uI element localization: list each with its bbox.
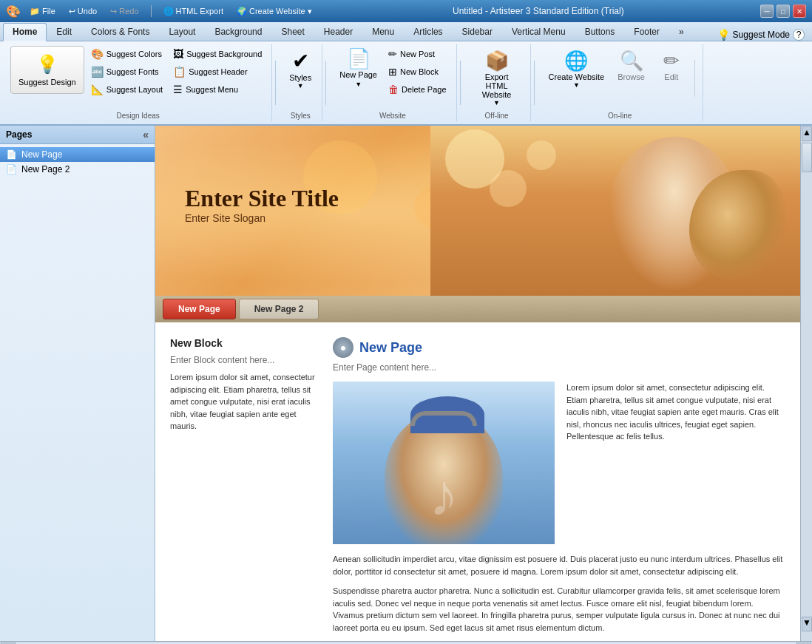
- tab-background[interactable]: Background: [205, 23, 271, 41]
- styles-btn[interactable]: ✔ Styles ▼: [285, 46, 316, 92]
- content-area[interactable]: Enter Site Title Enter Site Slogan: [155, 126, 800, 641]
- page-item-2[interactable]: 📄 New Page 2: [0, 162, 155, 177]
- page-section-title-text[interactable]: New Page: [359, 340, 422, 356]
- para-1: Lorem ipsum dolor sit amet, consectetur …: [566, 382, 785, 443]
- pages-header: Pages «: [0, 126, 155, 144]
- tab-home[interactable]: Home: [3, 23, 47, 41]
- new-post-btn[interactable]: ✏ New Post: [385, 46, 450, 62]
- suggest-fonts-btn[interactable]: 🔤 Suggest Fonts: [87, 64, 166, 80]
- tab-header[interactable]: Header: [314, 23, 362, 41]
- offline-label: Off-line: [485, 110, 509, 120]
- title-bar-left: 🎨 📁 File ↩ Undo ↪ Redo 🌐 HTML Export 🌍 C…: [6, 4, 317, 18]
- bokeh-3: [527, 140, 556, 170]
- main-area: Pages « 📄 New Page 📄 New Page 2: [0, 126, 812, 641]
- suggest-menu-btn[interactable]: ☰ Suggest Menu: [169, 81, 265, 98]
- website-small-btns: ✏ New Post ⊞ New Block 🗑 Delete Page: [385, 46, 450, 98]
- online-label: On-line: [608, 110, 632, 120]
- site-title[interactable]: Enter Site Title: [185, 185, 339, 212]
- delete-page-btn[interactable]: 🗑 Delete Page: [385, 81, 450, 98]
- block-lorem-text: Lorem ipsum dolor sit amet, consectetur …: [170, 371, 318, 433]
- suggest-layout-btn[interactable]: 📐 Suggest Layout: [87, 81, 166, 98]
- scroll-up-btn[interactable]: ▲: [802, 126, 812, 141]
- tab-menu[interactable]: Menu: [362, 23, 404, 41]
- ribbon-group-styles-content: ✔ Styles ▼: [285, 46, 316, 110]
- tab-sheet[interactable]: Sheet: [271, 23, 314, 41]
- separator: [151, 5, 152, 17]
- minimize-btn[interactable]: ─: [760, 4, 774, 18]
- tab-more[interactable]: »: [669, 23, 694, 41]
- close-btn[interactable]: ✕: [793, 4, 806, 18]
- tab-layout[interactable]: Layout: [159, 23, 205, 41]
- tab-footer[interactable]: Footer: [624, 23, 669, 41]
- design-small-btns2: 🖼 Suggest Background 📋 Suggest Header ☰ …: [169, 46, 265, 98]
- nav-btn-1[interactable]: New Page: [163, 299, 236, 319]
- pages-collapse-btn[interactable]: «: [143, 129, 149, 140]
- browse-btn[interactable]: 🔍 Browse: [612, 46, 650, 85]
- page-section-title: ● New Page: [333, 337, 785, 358]
- content-image: [333, 382, 555, 544]
- nav-bar: New Page New Page 2: [155, 296, 800, 322]
- suggest-background-btn[interactable]: 🖼 Suggest Background: [169, 46, 265, 62]
- pages-panel: Pages « 📄 New Page 📄 New Page 2: [0, 126, 155, 641]
- ribbon-group-offline: 📦 Export HTML Website ▼ Off-line: [464, 44, 531, 121]
- tab-articles[interactable]: Articles: [404, 23, 452, 41]
- right-column: ● New Page Enter Page content here...: [333, 337, 785, 641]
- tab-sidebar[interactable]: Sidebar: [453, 23, 502, 41]
- suggest-colors-btn[interactable]: 🎨 Suggest Colors: [87, 46, 166, 62]
- app-icon: 🎨: [6, 4, 21, 18]
- ribbon-div1: [275, 61, 276, 105]
- block-content-hint[interactable]: Enter Block content here...: [170, 355, 318, 365]
- page-section-icon-glyph: ●: [340, 342, 346, 353]
- page-content-hint[interactable]: Enter Page content here...: [333, 362, 785, 373]
- bokeh-2: [490, 170, 527, 207]
- suggest-mode-area: 💡 Suggest Mode ?: [717, 29, 809, 41]
- create-website-btn[interactable]: 🌐 Create Website ▼: [544, 46, 610, 92]
- site-header[interactable]: Enter Site Title Enter Site Slogan: [155, 126, 800, 296]
- content-with-image: Lorem ipsum dolor sit amet, consectetur …: [333, 382, 785, 544]
- html-export-btn[interactable]: 🌐 HTML Export: [159, 6, 228, 17]
- maximize-btn[interactable]: □: [777, 4, 790, 18]
- window-controls: ─ □ ✕: [760, 4, 806, 18]
- file-menu[interactable]: 📁 File: [25, 6, 60, 17]
- img-headphones: [410, 411, 477, 426]
- horizontal-scrollbar[interactable]: ◄ ►: [0, 641, 812, 644]
- ribbon-group-website-content: 📄 New Page ▼ ✏ New Post ⊞ New Block 🗑 De…: [335, 46, 450, 110]
- tab-vertical-menu[interactable]: Vertical Menu: [502, 23, 575, 41]
- design-small-btns: 🎨 Suggest Colors 🔤 Suggest Fonts 📐 Sugge…: [87, 46, 166, 98]
- ribbon-group-design-ideas: 💡 Suggest Design 🎨 Suggest Colors 🔤 Sugg…: [4, 44, 272, 121]
- new-block-btn[interactable]: ⊞ New Block: [385, 64, 450, 80]
- page-item-1[interactable]: 📄 New Page: [0, 147, 155, 162]
- para-2: Aenean sollicitudin imperdiet arcu, vita…: [333, 553, 785, 577]
- scroll-down-btn[interactable]: ▼: [802, 617, 812, 631]
- ribbon-div3: [460, 61, 461, 105]
- pages-title: Pages: [6, 129, 32, 140]
- site-slogan[interactable]: Enter Site Slogan: [185, 212, 339, 224]
- suggest-design-btn[interactable]: 💡 Suggest Design: [10, 46, 84, 94]
- ribbon-tabs: Home Edit Colors & Fonts Layout Backgrou…: [0, 22, 812, 41]
- edit-menu[interactable]: ↩ Undo: [64, 6, 101, 17]
- nav-btn-2[interactable]: New Page 2: [239, 299, 319, 319]
- para-3: Suspendisse pharetra auctor pharetra. Nu…: [333, 585, 785, 634]
- tab-buttons[interactable]: Buttons: [575, 23, 625, 41]
- block-title[interactable]: New Block: [170, 337, 318, 349]
- header-image-area: [430, 126, 800, 296]
- new-page-btn[interactable]: 📄 New Page ▼: [335, 46, 382, 89]
- help-btn[interactable]: ?: [793, 29, 805, 41]
- ribbon-group-online: 🌐 Create Website ▼ 🔍 Browse ✏ Edit On-li…: [538, 44, 703, 121]
- tab-colors-fonts[interactable]: Colors & Fonts: [81, 23, 159, 41]
- suggest-mode-btn[interactable]: Suggest Mode: [733, 30, 790, 40]
- title-bar: 🎨 📁 File ↩ Undo ↪ Redo 🌐 HTML Export 🌍 C…: [0, 0, 812, 22]
- ribbon-group-styles: ✔ Styles ▼ Styles: [279, 44, 322, 121]
- vertical-scrollbar[interactable]: ▲ ▼: [800, 126, 812, 641]
- tab-edit[interactable]: Edit: [47, 23, 81, 41]
- content-text: Lorem ipsum dolor sit amet, consectetur …: [566, 382, 785, 544]
- ribbon-group-online-content: 🌐 Create Website ▼ 🔍 Browse ✏ Edit: [544, 46, 697, 110]
- redo-btn[interactable]: ↪ Redo: [106, 6, 143, 17]
- suggest-header-btn[interactable]: 📋 Suggest Header: [169, 64, 265, 80]
- create-website-titlebar-btn[interactable]: 🌍 Create Website ▾: [232, 6, 317, 17]
- scroll-thumb[interactable]: [802, 143, 812, 172]
- ribbon-div2: [325, 61, 326, 105]
- ribbon-group-offline-content: 📦 Export HTML Website ▼: [470, 46, 524, 110]
- edit-btn[interactable]: ✏ Edit: [653, 46, 690, 85]
- export-html-btn[interactable]: 📦 Export HTML Website ▼: [470, 46, 524, 110]
